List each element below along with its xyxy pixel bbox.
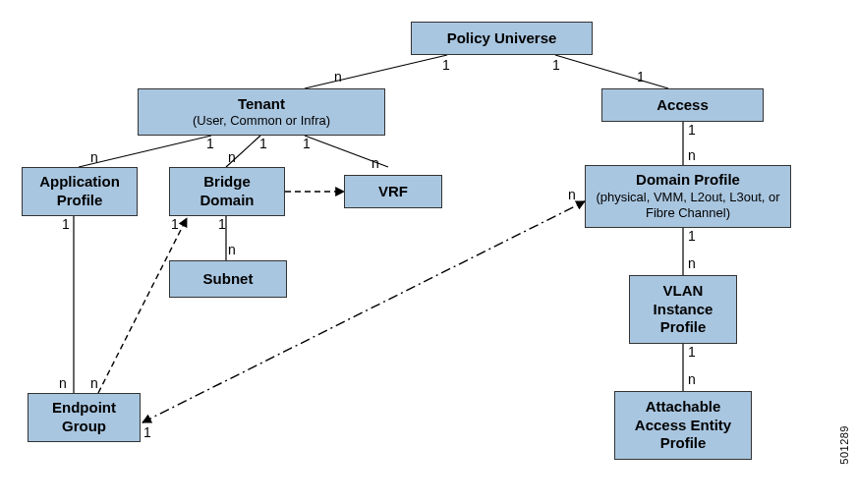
mult-label: n xyxy=(568,187,576,202)
mult-label: 1 xyxy=(143,424,151,440)
node-bridge-domain: Bridge Domain xyxy=(169,167,285,216)
node-subtitle: (User, Common or Infra) xyxy=(193,113,330,129)
mult-label: n xyxy=(688,255,696,271)
mult-label: 1 xyxy=(218,216,226,232)
node-title: Policy Universe xyxy=(447,29,557,48)
node-domain-profile: Domain Profile (physical, VMM, L2out, L3… xyxy=(585,165,791,228)
mult-label: 1 xyxy=(688,344,696,360)
node-title-l3: Profile xyxy=(660,318,707,337)
svg-line-0 xyxy=(305,55,447,88)
node-vlan-instance-profile: VLAN Instance Profile xyxy=(629,275,737,344)
svg-line-1 xyxy=(555,55,668,88)
node-title-l2: Group xyxy=(62,418,106,436)
node-title-l1: VLAN xyxy=(663,282,704,301)
node-subnet: Subnet xyxy=(169,260,287,298)
mult-label: 1 xyxy=(688,122,696,138)
node-title-l2: Domain xyxy=(200,192,254,210)
figure-id: 501289 xyxy=(838,425,850,465)
node-title: Subnet xyxy=(203,270,254,289)
mult-label: n xyxy=(228,149,236,165)
mult-label: 1 xyxy=(303,136,311,151)
svg-line-8 xyxy=(98,218,187,393)
mult-label: n xyxy=(334,69,342,84)
node-subtitle: (physical, VMM, L2out, L3out, or Fibre C… xyxy=(592,190,784,222)
node-vrf: VRF xyxy=(344,175,442,208)
mult-label: 1 xyxy=(259,136,267,151)
node-tenant: Tenant (User, Common or Infra) xyxy=(138,88,385,136)
mult-label: 1 xyxy=(442,57,450,73)
mult-label: 1 xyxy=(206,136,214,151)
node-policy-universe: Policy Universe xyxy=(411,22,593,55)
mult-label: 1 xyxy=(637,69,645,84)
mult-label: n xyxy=(90,149,98,165)
node-title-l1: Application xyxy=(39,173,120,192)
node-title-l1: Bridge xyxy=(203,173,251,192)
node-title: Access xyxy=(656,96,709,115)
mult-label: n xyxy=(90,375,98,391)
mult-label: 1 xyxy=(552,57,560,73)
mult-label: n xyxy=(688,147,696,163)
node-endpoint-group: Endpoint Group xyxy=(28,393,141,442)
node-access: Access xyxy=(601,88,764,122)
node-title: Domain Profile xyxy=(636,171,740,190)
node-title-l2: Access Entity xyxy=(635,417,731,435)
svg-line-2 xyxy=(79,136,211,167)
mult-label: n xyxy=(371,155,379,171)
mult-label: n xyxy=(59,375,67,391)
mult-label: n xyxy=(228,242,236,257)
node-title-l3: Profile xyxy=(660,434,707,453)
node-title-l2: Instance xyxy=(654,301,713,319)
svg-line-12 xyxy=(143,201,585,422)
mult-label: 1 xyxy=(171,216,179,232)
mult-label: 1 xyxy=(688,228,696,244)
node-title-l1: Attachable xyxy=(646,398,721,417)
node-aaep: Attachable Access Entity Profile xyxy=(614,391,752,460)
node-title-l1: Endpoint xyxy=(52,399,116,418)
node-title-l2: Profile xyxy=(57,192,103,210)
node-title: VRF xyxy=(378,183,408,201)
node-application-profile: Application Profile xyxy=(22,167,138,216)
mult-label: 1 xyxy=(62,216,70,232)
node-title: Tenant xyxy=(238,95,285,114)
aci-association-diagram: Policy Universe Tenant (User, Common or … xyxy=(0,0,856,504)
mult-label: n xyxy=(688,371,696,387)
